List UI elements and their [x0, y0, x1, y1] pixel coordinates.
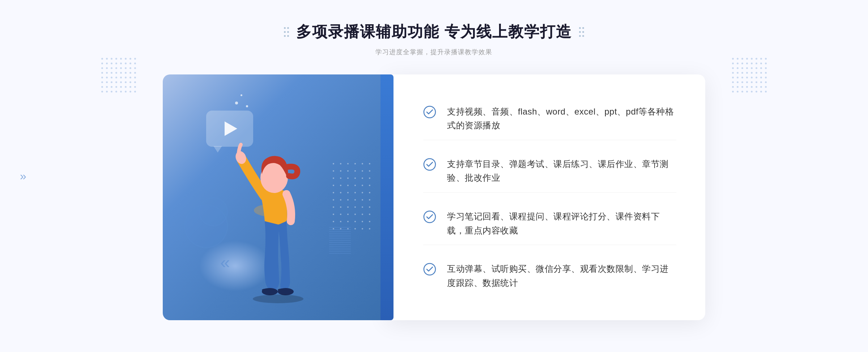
feature-text-3: 学习笔记回看、课程提问、课程评论打分、课件资料下载，重点内容收藏: [447, 210, 676, 237]
blue-accent-bar: [380, 74, 393, 320]
page-subtitle: 学习进度全掌握，提升录播课教学效果: [284, 48, 584, 56]
svg-point-5: [253, 295, 303, 303]
left-colon-decorator: [284, 27, 289, 37]
title-row: 多项录播课辅助功能 专为线上教学打造: [284, 22, 584, 42]
feature-text-2: 支持章节目录、弹题考试、课后练习、课后作业、章节测验、批改作业: [447, 157, 676, 185]
check-icon-3: [423, 210, 436, 223]
illustration-area: for(let i=0;i<60;i++) document.currentSc…: [163, 74, 387, 320]
content-area: 支持视频、音频、flash、word、excel、ppt、pdf等各种格式的资源…: [387, 74, 705, 320]
page-title: 多项录播课辅助功能 专为线上教学打造: [296, 22, 572, 42]
svg-point-10: [424, 263, 435, 275]
feature-text-1: 支持视频、音频、flash、word、excel、ppt、pdf等各种格式的资源…: [447, 105, 676, 133]
check-icon-1: [423, 106, 436, 119]
stripe-decoration: [329, 226, 351, 255]
dot-pattern-left: for(let i=0;i<64;i++) document.currentSc…: [101, 58, 136, 93]
left-arrow-decoration: »: [20, 169, 26, 183]
feature-item-1: 支持视频、音频、flash、word、excel、ppt、pdf等各种格式的资源…: [423, 98, 676, 140]
svg-point-7: [424, 106, 435, 118]
illus-dot-pattern: for(let i=0;i<60;i++) document.currentSc…: [333, 163, 373, 232]
page-container: for(let i=0;i<64;i++) document.currentSc…: [0, 0, 868, 352]
header-section: 多项录播课辅助功能 专为线上教学打造 学习进度全掌握，提升录播课教学效果: [284, 22, 584, 56]
svg-text:«: «: [220, 253, 230, 272]
svg-point-8: [424, 159, 435, 170]
main-content: for(let i=0;i<60;i++) document.currentSc…: [163, 74, 705, 320]
dot-pattern-right: for(let i=0;i<64;i++) document.currentSc…: [732, 58, 767, 93]
svg-point-9: [424, 211, 435, 223]
right-colon-decorator: [579, 27, 584, 37]
feature-item-2: 支持章节目录、弹题考试、课后练习、课后作业、章节测验、批改作业: [423, 150, 676, 193]
person-illustration: «: [211, 131, 327, 320]
check-icon-4: [423, 263, 436, 276]
feature-text-4: 互动弹幕、试听购买、微信分享、观看次数限制、学习进度跟踪、数据统计: [447, 262, 676, 290]
feature-item-3: 学习笔记回看、课程提问、课程评论打分、课件资料下载，重点内容收藏: [423, 202, 676, 245]
check-icon-2: [423, 158, 436, 171]
feature-item-4: 互动弹幕、试听购买、微信分享、观看次数限制、学习进度跟踪、数据统计: [423, 255, 676, 297]
double-chevron-icon: »: [20, 169, 26, 183]
